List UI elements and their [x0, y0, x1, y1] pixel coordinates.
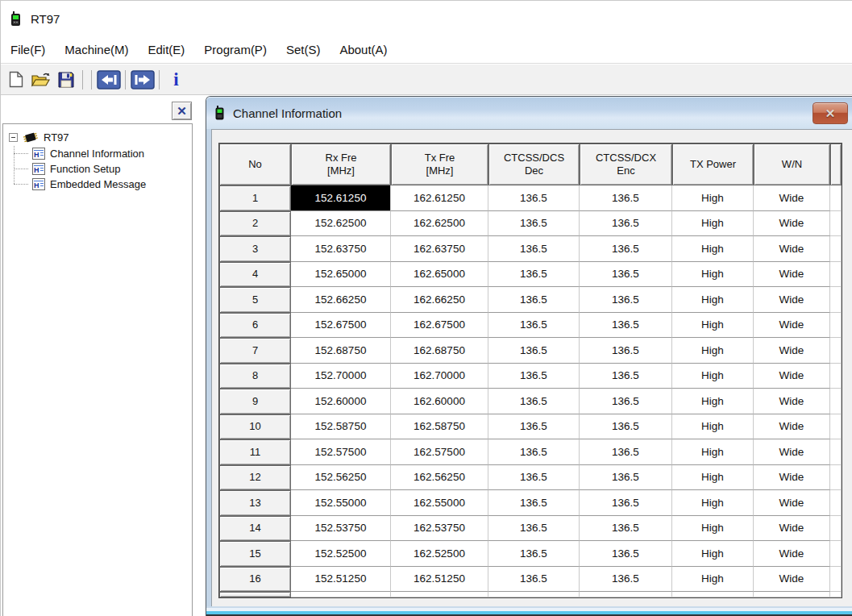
grid-cell[interactable]: 162.52500: [391, 541, 488, 567]
row-header[interactable]: 2: [219, 211, 291, 237]
open-file-button[interactable]: [28, 68, 53, 92]
grid-cell[interactable]: 162.66250: [391, 287, 488, 313]
grid-cell[interactable]: High: [672, 364, 754, 389]
row-header[interactable]: 4: [219, 262, 291, 288]
grid-cell[interactable]: Wide: [754, 313, 830, 339]
grid-cell[interactable]: 162.58750: [391, 414, 488, 440]
grid-cell[interactable]: 136.5: [580, 567, 672, 593]
grid-cell[interactable]: Wide: [754, 465, 830, 491]
transfer-left-button[interactable]: [96, 68, 121, 92]
grid-cell[interactable]: 136.5: [488, 262, 580, 288]
grid-cell[interactable]: Wide: [754, 541, 830, 567]
grid-cell[interactable]: 152.65000: [291, 262, 391, 288]
row-header[interactable]: 16: [219, 567, 291, 593]
tree-item-embedded-message[interactable]: H Embedded Message: [3, 177, 192, 192]
grid-cell[interactable]: 162.70000: [391, 364, 488, 389]
grid-cell[interactable]: 152.61250: [291, 185, 391, 211]
grid-cell[interactable]: 162.68750: [391, 338, 488, 364]
grid-cell[interactable]: Wide: [754, 490, 830, 516]
grid-cell[interactable]: 152.56250: [291, 465, 391, 491]
grid-cell[interactable]: 136.5: [580, 439, 672, 465]
grid-cell[interactable]: Wide: [754, 389, 830, 414]
grid-cell[interactable]: High: [672, 262, 754, 288]
menu-program[interactable]: Program(P): [194, 39, 276, 60]
new-file-button[interactable]: [3, 68, 28, 92]
grid-cell[interactable]: 162.53750: [391, 516, 488, 542]
row-header[interactable]: 7: [219, 338, 291, 364]
tree-root-rt97[interactable]: RT97: [3, 129, 192, 146]
menu-file[interactable]: File(F): [1, 39, 55, 60]
grid-cell[interactable]: 152.53750: [291, 516, 391, 542]
grid-cell[interactable]: 162.60000: [391, 389, 488, 414]
grid-cell[interactable]: 136.5: [580, 313, 672, 339]
grid-cell[interactable]: 162.51250: [391, 567, 488, 593]
row-header[interactable]: 15: [219, 541, 291, 567]
row-header[interactable]: 8: [219, 364, 291, 389]
child-window-titlebar[interactable]: Channel Information ✕: [206, 97, 852, 129]
grid-cell[interactable]: 136.5: [488, 338, 580, 364]
grid-cell[interactable]: 152.51250: [291, 567, 391, 593]
grid-cell[interactable]: High: [672, 185, 754, 211]
row-header[interactable]: 3: [219, 236, 291, 262]
grid-cell[interactable]: 136.5: [488, 313, 580, 339]
grid-cell[interactable]: Wide: [754, 567, 830, 593]
grid-cell[interactable]: 162.55000: [391, 490, 488, 516]
grid-cell[interactable]: High: [672, 541, 754, 567]
grid-cell[interactable]: 162.62500: [391, 211, 488, 237]
tree-item-channel-information[interactable]: H Channel Information: [3, 146, 192, 161]
grid-cell[interactable]: High: [672, 211, 754, 237]
grid-cell[interactable]: 136.5: [488, 211, 580, 237]
row-header[interactable]: 10: [219, 414, 291, 440]
row-header[interactable]: 9: [219, 389, 291, 414]
grid-cell[interactable]: 162.57500: [391, 439, 488, 465]
row-header[interactable]: 14: [219, 516, 291, 542]
grid-cell[interactable]: 152.67500: [291, 313, 391, 339]
grid-cell[interactable]: 136.5: [488, 541, 580, 567]
grid-cell[interactable]: Wide: [754, 185, 830, 211]
grid-cell[interactable]: 136.5: [488, 439, 580, 465]
grid-cell[interactable]: Wide: [754, 516, 830, 542]
grid-cell[interactable]: 152.55000: [291, 490, 391, 516]
grid-cell[interactable]: High: [672, 338, 754, 364]
grid-cell[interactable]: 162.56250: [391, 465, 488, 491]
grid-cell[interactable]: 136.5: [488, 516, 580, 542]
grid-cell[interactable]: High: [672, 490, 754, 516]
grid-cell[interactable]: 136.5: [580, 287, 672, 313]
grid-cell[interactable]: 152.58750: [291, 414, 391, 440]
grid-cell[interactable]: 136.5: [580, 364, 672, 389]
grid-cell[interactable]: 152.57500: [291, 439, 391, 465]
tree-item-function-setup[interactable]: H Function Setup: [3, 161, 192, 177]
grid-cell[interactable]: Wide: [754, 364, 830, 389]
row-header[interactable]: 13: [219, 490, 291, 516]
grid-cell[interactable]: Wide: [754, 338, 830, 364]
menu-edit[interactable]: Edit(E): [139, 39, 195, 60]
grid-cell[interactable]: 136.5: [488, 490, 580, 516]
row-header[interactable]: 12: [219, 465, 291, 491]
grid-cell[interactable]: 162.67500: [391, 313, 488, 339]
row-header[interactable]: 1: [219, 185, 291, 211]
grid-cell[interactable]: 136.5: [580, 541, 672, 567]
grid-cell[interactable]: Wide: [754, 287, 830, 313]
info-button[interactable]: i: [164, 68, 189, 92]
grid-cell[interactable]: High: [672, 516, 754, 542]
grid-cell[interactable]: 136.5: [580, 516, 672, 542]
row-header[interactable]: 6: [219, 313, 291, 339]
grid-cell[interactable]: 136.5: [488, 567, 580, 593]
menu-machine[interactable]: Machine(M): [55, 39, 138, 60]
child-window-close-button[interactable]: ✕: [813, 102, 848, 124]
grid-cell[interactable]: 136.5: [580, 338, 672, 364]
tree-collapse-icon[interactable]: [9, 133, 18, 142]
grid-cell[interactable]: 136.5: [580, 414, 672, 440]
save-file-button[interactable]: [53, 68, 78, 92]
grid-cell[interactable]: 152.70000: [291, 364, 391, 389]
grid-cell[interactable]: 152.62500: [291, 211, 391, 237]
grid-cell[interactable]: 136.5: [580, 490, 672, 516]
menu-about[interactable]: About(A): [330, 39, 397, 60]
menu-set[interactable]: Set(S): [276, 39, 330, 60]
grid-cell[interactable]: 136.5: [488, 185, 580, 211]
grid-cell[interactable]: Wide: [754, 262, 830, 288]
grid-cell[interactable]: 162.63750: [391, 236, 488, 262]
grid-cell[interactable]: High: [672, 389, 754, 414]
grid-cell[interactable]: 152.68750: [291, 338, 391, 364]
grid-cell[interactable]: 152.66250: [291, 287, 391, 313]
